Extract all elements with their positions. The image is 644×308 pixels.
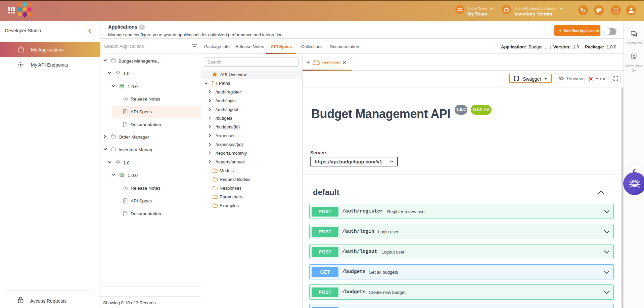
svg-text:A: A — [583, 9, 586, 13]
